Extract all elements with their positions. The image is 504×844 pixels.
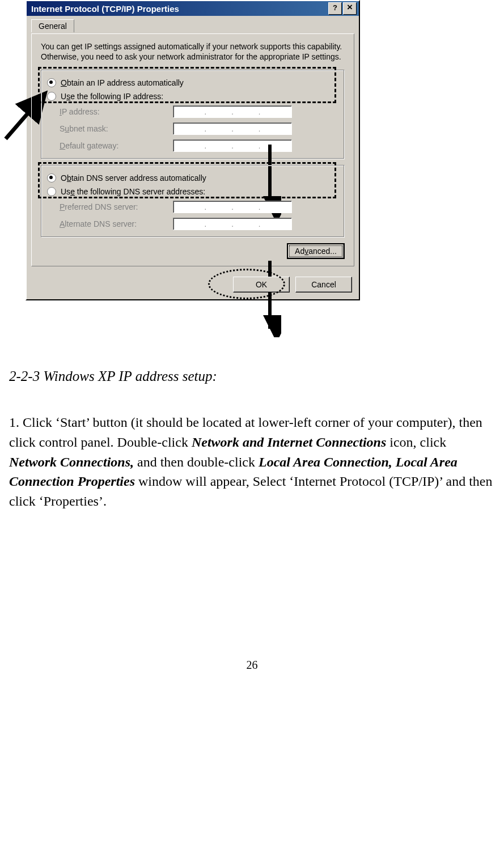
radio-ip-auto[interactable]: Obtain an IP address automatically xyxy=(47,76,338,90)
advanced-button[interactable]: Advanced... xyxy=(287,243,345,259)
page-number: 26 xyxy=(6,659,498,672)
gateway-label: Default gateway: xyxy=(60,141,173,150)
radio-ip-manual[interactable]: Use the following IP address: xyxy=(47,90,338,103)
radio-icon xyxy=(47,92,56,101)
close-icon[interactable] xyxy=(343,2,357,15)
ip-address-label: IP address: xyxy=(60,107,173,116)
description-text: You can get IP settings assigned automat… xyxy=(41,42,345,62)
instruction-paragraph: 1. Click ‘Start’ button (it should be lo… xyxy=(9,413,495,511)
gateway-input[interactable]: ... xyxy=(173,139,292,152)
general-panel: You can get IP settings assigned automat… xyxy=(31,33,354,266)
radio-label: Obtain an IP address automatically xyxy=(61,78,184,87)
radio-icon xyxy=(47,78,56,87)
tab-general[interactable]: General xyxy=(31,19,74,32)
section-heading: 2-2-3 Windows XP IP address setup: xyxy=(9,368,495,384)
subnet-mask-input[interactable]: ... xyxy=(173,122,292,135)
radio-icon xyxy=(47,173,56,183)
window-title: Internet Protocol (TCP/IP) Properties xyxy=(29,4,327,14)
titlebar: Internet Protocol (TCP/IP) Properties xyxy=(27,1,359,16)
radio-dns-manual[interactable]: Use the following DNS server addresses: xyxy=(47,185,338,198)
radio-label: Obtain DNS server address automatically xyxy=(61,173,206,183)
alt-dns-input[interactable]: ... xyxy=(173,218,292,230)
ok-button[interactable]: OK xyxy=(233,277,290,292)
subnet-mask-label: Subnet mask: xyxy=(60,124,173,133)
radio-label: Use the following IP address: xyxy=(61,92,163,101)
tcpip-properties-dialog: Internet Protocol (TCP/IP) Properties Ge… xyxy=(26,0,360,300)
pref-dns-input[interactable]: ... xyxy=(173,201,292,213)
pref-dns-label: Preferred DNS server: xyxy=(60,202,173,211)
radio-icon xyxy=(47,187,56,196)
alt-dns-label: Alternate DNS server: xyxy=(60,219,173,228)
radio-label: Use the following DNS server addresses: xyxy=(61,187,205,196)
dns-settings-group: Obtain DNS server address automatically … xyxy=(41,165,345,237)
help-icon[interactable] xyxy=(328,2,342,15)
radio-dns-auto[interactable]: Obtain DNS server address automatically xyxy=(47,171,338,185)
cancel-button[interactable]: Cancel xyxy=(295,277,352,292)
ip-address-input[interactable]: ... xyxy=(173,105,292,118)
ip-settings-group: Obtain an IP address automatically Use t… xyxy=(41,70,345,159)
